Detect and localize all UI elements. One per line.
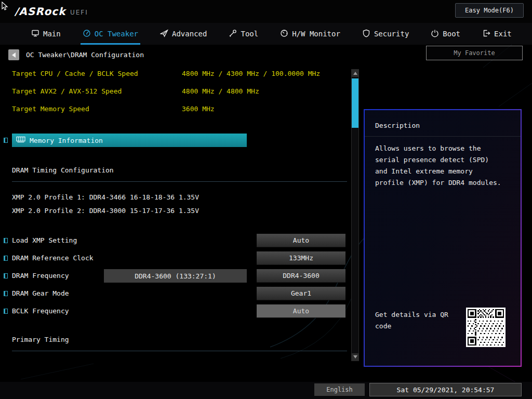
qr-label: Get details via QR code bbox=[375, 309, 458, 332]
description-panel: Description Allows users to browse the s… bbox=[364, 109, 522, 367]
dram-timing-section-title: DRAM Timing Configuration bbox=[12, 166, 114, 174]
primary-timing-section-title: Primary Timing bbox=[12, 336, 69, 343]
asrock-logo: /ASRock bbox=[15, 5, 65, 18]
memory-information-label: Memory Information bbox=[30, 137, 103, 144]
scrollbar-thumb[interactable] bbox=[352, 78, 358, 128]
tab-label: Security bbox=[374, 30, 409, 38]
triangle-up-icon bbox=[353, 72, 357, 75]
easy-mode-button[interactable]: Easy Mode(F6) bbox=[455, 3, 524, 18]
my-favorite-button[interactable]: My Favorite bbox=[426, 46, 523, 60]
top-bar: /ASRock UEFI Easy Mode(F6) bbox=[0, 0, 532, 23]
scroll-up-button[interactable] bbox=[352, 70, 358, 77]
row-marker-icon bbox=[4, 291, 8, 296]
nav-bar: Main OC Tweaker Advanced Tool H/W Monito… bbox=[0, 23, 532, 45]
description-divider bbox=[365, 136, 521, 137]
tab-label: Exit bbox=[494, 30, 512, 38]
xmp-profile-1: XMP 2.0 Profile 1: DDR4-3466 16-18-18-36… bbox=[12, 193, 199, 201]
dram-frequency-label: DRAM Frequency bbox=[12, 272, 69, 280]
tab-boot[interactable]: Boot bbox=[431, 23, 460, 45]
tab-label: OC Tweaker bbox=[95, 30, 138, 38]
power-icon bbox=[431, 29, 439, 39]
rocket-icon bbox=[160, 29, 168, 39]
tab-label: Main bbox=[43, 30, 61, 38]
row-marker-icon bbox=[4, 256, 8, 261]
datetime-display: Sat 05/29/2021, 20:54:57 bbox=[369, 383, 522, 396]
tab-hw-monitor[interactable]: H/W Monitor bbox=[280, 23, 340, 45]
dram-gear-mode-dropdown[interactable]: Gear1 bbox=[257, 287, 345, 300]
meter-icon bbox=[280, 29, 288, 39]
monitor-icon bbox=[31, 29, 39, 39]
tab-tool[interactable]: Tool bbox=[229, 23, 258, 45]
tab-label: Tool bbox=[241, 30, 258, 38]
scroll-down-button[interactable] bbox=[352, 353, 358, 361]
wrench-icon bbox=[229, 29, 237, 39]
dram-ref-clock-label: DRAM Reference Clock bbox=[12, 254, 94, 262]
tab-label: Advanced bbox=[172, 30, 207, 38]
tab-main[interactable]: Main bbox=[31, 23, 61, 45]
load-xmp-dropdown[interactable]: Auto bbox=[257, 234, 345, 247]
dram-gear-mode-label: DRAM Gear Mode bbox=[12, 289, 69, 297]
memory-information-item[interactable]: Memory Information bbox=[12, 134, 247, 147]
description-title: Description bbox=[375, 122, 420, 129]
tab-label: Boot bbox=[443, 30, 460, 38]
description-body: Allows users to browse the serial presen… bbox=[375, 143, 504, 189]
target-avx-value: 4800 MHz / 4800 MHz bbox=[182, 87, 259, 95]
row-marker-icon bbox=[4, 138, 8, 143]
row-marker-icon bbox=[4, 273, 8, 278]
dram-ref-clock-dropdown[interactable]: 133MHz bbox=[257, 251, 345, 265]
target-memory-label: Target Memory Speed bbox=[12, 105, 89, 113]
triangle-down-icon bbox=[353, 355, 357, 358]
tab-security[interactable]: Security bbox=[362, 23, 409, 45]
section-divider bbox=[12, 351, 347, 351]
row-marker-icon bbox=[4, 238, 8, 243]
tab-advanced[interactable]: Advanced bbox=[160, 23, 207, 45]
back-arrow-icon bbox=[12, 52, 16, 58]
uefi-logo-text: UEFI bbox=[70, 9, 88, 16]
dram-frequency-dropdown[interactable]: DDR4-3600 bbox=[257, 269, 345, 283]
back-button[interactable] bbox=[8, 49, 19, 60]
scrollbar[interactable] bbox=[351, 69, 359, 361]
section-divider bbox=[12, 181, 347, 182]
target-cpu-value: 4800 MHz / 4300 MHz / 100.0000 MHz bbox=[182, 70, 320, 77]
exit-icon bbox=[482, 29, 490, 39]
xmp-profile-2: XMP 2.0 Profile 2: DDR4-3000 15-17-17-36… bbox=[12, 207, 199, 215]
gauge-icon bbox=[83, 29, 91, 39]
breadcrumb: OC Tweaker\DRAM Configuration bbox=[26, 51, 144, 59]
qr-code bbox=[466, 308, 506, 347]
uefi-screen: /ASRock UEFI Easy Mode(F6) Main OC Tweak… bbox=[0, 0, 532, 399]
shield-icon bbox=[362, 29, 370, 39]
dram-frequency-current-value: DDR4-3600 (133:27:1) bbox=[104, 269, 247, 283]
bclk-frequency-label: BCLK Frequency bbox=[12, 307, 69, 315]
tab-oc-tweaker[interactable]: OC Tweaker bbox=[83, 23, 138, 45]
language-button[interactable]: English bbox=[314, 383, 365, 396]
target-avx-label: Target AVX2 / AVX-512 Speed bbox=[12, 87, 122, 95]
target-cpu-label: Target CPU / Cache / BCLK Speed bbox=[12, 70, 138, 77]
target-memory-value: 3600 MHz bbox=[182, 105, 215, 113]
load-xmp-label: Load XMP Setting bbox=[12, 236, 77, 244]
memory-module-icon bbox=[16, 136, 25, 144]
tab-label: H/W Monitor bbox=[292, 30, 340, 38]
row-marker-icon bbox=[4, 309, 8, 314]
bclk-frequency-dropdown[interactable]: Auto bbox=[257, 304, 345, 318]
tab-exit[interactable]: Exit bbox=[482, 23, 512, 45]
